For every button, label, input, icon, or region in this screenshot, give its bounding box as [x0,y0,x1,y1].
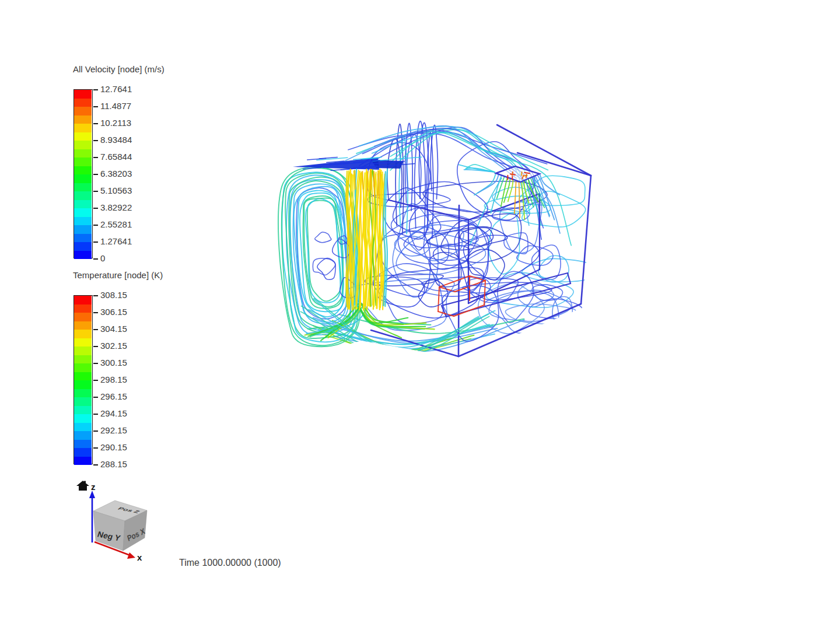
streamline-scene [257,111,607,379]
colorbar-segment [74,234,92,243]
colorbar-segment [74,397,92,407]
colorbar-tick [93,414,98,415]
colorbar-tick-label: 288.15 [100,459,127,469]
colorbar-segment [74,338,92,348]
velocity-legend-title: All Velocity [node] (m/s) [73,64,164,74]
colorbar-tick [93,329,98,330]
colorbar-tick-label: 11.4877 [100,101,131,111]
colorbar-tick [93,208,98,209]
colorbar-segment [74,372,92,382]
colorbar-segment [74,313,92,322]
colorbar-tick-label: 308.15 [100,290,127,300]
colorbar-tick [93,363,98,364]
colorbar [74,295,93,464]
colorbar-tick-label: 304.15 [100,324,127,334]
colorbar-segment [74,321,92,331]
colorbar-tick-label: 6.38203 [100,169,132,178]
colorbar-tick-label: 10.2113 [100,118,131,128]
colorbar-tick [93,447,98,449]
colorbar-tick [93,312,98,313]
colorbar-tick-label: 8.93484 [100,135,132,145]
colorbar-tick-label: 306.15 [100,307,127,317]
colorbar-segment [74,457,92,466]
colorbar-tick [93,397,98,398]
temperature-legend-title: Temperature [node] (K) [73,270,163,280]
colorbar-tick [93,174,98,175]
colorbar-segment [74,217,92,226]
x-axis-label: x [137,552,142,562]
colorbar-segment [74,183,92,192]
z-axis-label: z [91,482,96,492]
colorbar-segment [74,330,92,339]
colorbar-segment [74,99,92,108]
colorbar-segment [74,448,92,457]
colorbar-tick-label: 300.15 [100,358,127,368]
colorbar-tick [93,106,98,107]
colorbar-segment [74,90,92,99]
colorbar-tick-label: 292.15 [100,425,127,435]
colorbar-tick [93,380,98,381]
colorbar-segment [74,124,92,133]
colorbar-tick [93,258,98,260]
time-annotation: Time 1000.00000 (1000) [179,558,281,568]
colorbar-segment [74,242,92,251]
colorbar-tick-label: 294.15 [100,408,127,418]
temperature-colorbar: 308.15306.15304.15302.15300.15298.15296.… [74,295,196,470]
colorbar-segment [74,363,92,373]
colorbar-segment [74,200,92,209]
colorbar-segment [74,149,92,159]
colorbar-segment [74,107,92,116]
colorbar-segment [74,440,92,449]
colorbar-tick [93,140,98,141]
colorbar-segment [74,158,92,167]
jet-column-layer [346,169,387,310]
colorbar-tick-label: 5.10563 [100,186,132,195]
colorbar-segment [74,296,92,305]
colorbar-segment [74,251,92,260]
colorbar-tick [93,430,98,432]
colorbar-segment [74,141,92,150]
colorbar-segment [74,116,92,125]
colorbar-tick [93,464,98,466]
colorbar-segment [74,208,92,218]
colorbar-tick [93,157,98,158]
colorbar-tick-label: 290.15 [100,442,127,452]
colorbar-tick-label: 3.82922 [100,202,132,212]
colorbar-tick-label: 1.27641 [100,236,132,246]
colorbar-segment [74,380,92,390]
colorbar-tick-label: 298.15 [100,374,127,384]
colorbar-tick [93,346,98,347]
colorbar-segment [74,132,92,142]
colorbar-tick [93,89,98,90]
colorbar-tick [93,123,98,124]
colorbar-tick [93,225,98,226]
velocity-legend: All Velocity [node] (m/s) 12.764111.4877… [73,64,201,274]
colorbar-tick-label: 302.15 [100,341,127,351]
viewport-3d-canvas[interactable] [257,111,607,379]
colorbar-segment [74,346,92,356]
colorbar-tick-label: 7.65844 [100,152,132,162]
colorbar-segment [74,406,92,415]
colorbar-segment [74,414,92,424]
colorbar-segment [74,166,92,176]
colorbar-tick-label: 12.7641 [100,84,132,94]
colorbar-segment [74,423,92,432]
colorbar-tick [93,242,98,243]
colorbar-segment [74,355,92,365]
postprocessor-stage: All Velocity [node] (m/s) 12.764111.4877… [0,0,840,630]
colorbar-segment [74,431,92,440]
colorbar-segment [74,304,92,314]
colorbar-tick-label: 2.55281 [100,219,132,229]
navigation-cube[interactable]: Neg Y Pos X Pos Z [93,501,147,551]
home-icon[interactable] [76,481,89,491]
velocity-colorbar: 12.764111.487710.21138.934847.658446.382… [74,89,196,264]
colorbar-tick-label: 0 [100,253,105,263]
orientation-triad[interactable]: z Neg Y Pos X Pos Z x [73,478,160,569]
colorbar-tick [93,191,98,192]
colorbar-segment [74,225,92,235]
colorbar-tick [93,295,98,296]
colorbar-segment [74,174,92,184]
temperature-legend: Temperature [node] (K) 308.15306.15304.1… [73,270,201,480]
colorbar-segment [74,389,92,398]
colorbar-tick-label: 296.15 [100,391,127,401]
